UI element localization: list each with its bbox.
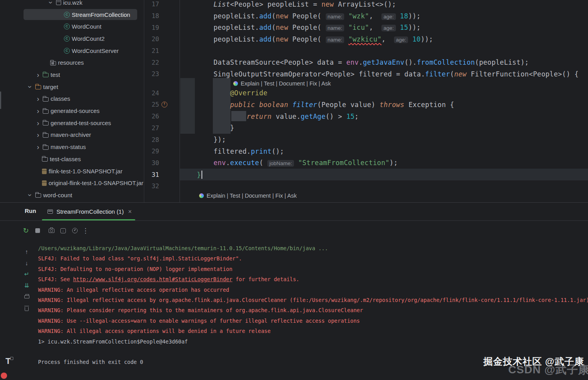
tree-item-generated-sources[interactable]: ›generated-sources — [0, 105, 144, 117]
tree-item-generated-test-sources[interactable]: ›generated-test-sources — [0, 117, 144, 129]
class-icon: C — [64, 36, 70, 42]
line-number[interactable]: 27 — [144, 124, 180, 132]
code-line-27[interactable]: 27 } — [144, 122, 588, 134]
ai-actions-label[interactable]: Explain | Test | Document | Fix | Ask — [241, 80, 331, 87]
chevron-right-icon[interactable]: › — [35, 131, 42, 139]
code-line-19[interactable]: 19 peopleList.add(new People( name: "icu… — [144, 22, 588, 33]
watermark-juejin: 掘金技术社区 @武子康 — [483, 355, 584, 368]
line-number[interactable]: 17 — [144, 0, 180, 8]
tree-item-icu-wzk[interactable]: ›icu.wzk — [0, 0, 144, 9]
tree-item-label: target — [43, 84, 58, 90]
chevron-right-icon[interactable]: › — [35, 119, 42, 127]
line-number[interactable]: 22 — [144, 59, 180, 66]
jump-up-icon[interactable]: ↑ — [23, 247, 31, 255]
code-line-21[interactable]: 21 — [144, 45, 588, 57]
recording-dot — [1, 373, 7, 379]
line-number[interactable]: 30 — [144, 159, 180, 167]
close-tab-icon[interactable]: × — [127, 208, 132, 216]
line-number[interactable]: 28 — [144, 136, 180, 144]
code-line-25[interactable]: ↑25 public boolean filter(People value) … — [144, 99, 588, 111]
tree-item-label: word-count — [43, 192, 72, 198]
tree-item-label: StreamFromCollection — [72, 11, 130, 18]
line-number[interactable]: 21 — [144, 47, 180, 55]
class-icon: C — [64, 48, 70, 54]
code-text: List<People> peopleList = new ArrayList<… — [180, 0, 396, 8]
tree-item-wordcountserver[interactable]: CWordCountServer — [0, 45, 144, 57]
tree-item-test[interactable]: ›test — [0, 69, 144, 81]
chevron-down-icon[interactable]: › — [27, 192, 34, 198]
tree-item-wordcount2[interactable]: CWordCount2 — [0, 33, 144, 45]
line-number[interactable]: 29 — [144, 147, 180, 155]
chevron-right-icon[interactable]: › — [35, 143, 42, 151]
line-number[interactable]: 26 — [144, 113, 180, 120]
override-gutter-icon[interactable]: ↑ — [162, 102, 167, 107]
folder-icon — [42, 157, 48, 162]
code-line-22[interactable]: 22 DataStreamSource<People> data = env.g… — [144, 56, 588, 68]
line-number[interactable]: 19 — [144, 24, 180, 31]
soft-wrap-icon[interactable]: ↵ — [23, 270, 31, 278]
code-line-24[interactable]: 24 @Override — [144, 87, 588, 99]
scroll-to-end-icon[interactable]: ⇊ — [23, 282, 31, 289]
line-number[interactable]: 24 — [144, 89, 180, 97]
chevron-down-icon[interactable]: › — [27, 84, 34, 90]
profiler-gauge-icon[interactable] — [71, 226, 79, 235]
code-line-31[interactable]: 31 } — [144, 169, 588, 180]
rerun-icon[interactable]: ↻ — [22, 226, 30, 235]
tree-item-label: flink-test-1.0-SNAPSHOT.jar — [49, 168, 122, 175]
chevron-right-icon[interactable]: › — [35, 95, 42, 103]
tree-item-maven-status[interactable]: ›maven-status — [0, 141, 144, 153]
console-line: SLF4J: Failed to load class "org.slf4j.i… — [38, 253, 588, 264]
run-tab-streamfromcollection[interactable]: StreamFromCollection (1) × — [42, 203, 138, 220]
code-line-30[interactable]: 30 env.execute( jobName: "StreamFromColl… — [144, 157, 588, 169]
clear-console-icon[interactable] — [23, 304, 31, 312]
line-number[interactable]: 23 — [144, 70, 180, 78]
code-line-23[interactable]: 23 SingleOutputStreamOperator<People> fi… — [144, 68, 588, 80]
code-line-26[interactable]: 26 return value.getAge() > 15; — [144, 111, 588, 122]
tree-item-wordcount[interactable]: CWordCount — [0, 20, 144, 33]
more-options-icon[interactable]: ⋮ — [81, 226, 90, 235]
jar-icon — [42, 180, 47, 186]
tree-item-classes[interactable]: ›classes — [0, 93, 144, 105]
code-line-18[interactable]: 18 peopleList.add(new People( name: "wzk… — [144, 10, 588, 22]
project-scrollbar-thumb[interactable] — [0, 91, 1, 109]
tree-item-target[interactable]: ›target — [0, 81, 144, 93]
console-line: /Users/wuzikang/Library/Java/JavaVirtual… — [38, 243, 588, 253]
thread-dump-camera-icon[interactable] — [47, 226, 56, 235]
chevron-right-icon[interactable]: › — [35, 71, 42, 78]
jump-down-icon[interactable]: ↓ — [23, 259, 31, 267]
code-line-32[interactable]: 32 — [144, 180, 588, 192]
tree-item-label: resources — [58, 59, 84, 66]
restore-layout-icon[interactable]: ↓ — [59, 226, 67, 235]
code-line-17[interactable]: 17 List<People> peopleList = new ArrayLi… — [144, 0, 588, 10]
tree-item-original-flink-test-1-0-snapshot-jar[interactable]: original-flink-test-1.0-SNAPSHOT.jar — [0, 177, 144, 189]
stop-icon[interactable] — [33, 226, 42, 235]
print-icon[interactable] — [23, 293, 31, 301]
folder-icon — [43, 109, 49, 114]
inline-ai-actions[interactable]: Explain | Test | Document | Fix | Ask — [144, 192, 588, 200]
code-line-29[interactable]: 29 filtered.print(); — [144, 145, 588, 157]
tree-item-maven-archiver[interactable]: ›maven-archiver — [0, 129, 144, 141]
tree-item-test-classes[interactable]: test-classes — [0, 153, 144, 165]
code-text: } — [180, 171, 202, 179]
editor-lines[interactable]: 17 List<People> peopleList = new ArrayLi… — [144, 0, 588, 199]
chevron-down-icon[interactable]: › — [47, 0, 55, 6]
line-number[interactable]: 32 — [144, 182, 180, 190]
inline-ai-actions[interactable]: Explain | Test | Document | Fix | Ask — [144, 80, 588, 87]
chevron-right-icon[interactable]: › — [35, 107, 42, 115]
tree-item-label: generated-sources — [51, 107, 100, 114]
tree-item-flink-test-1-0-snapshot-jar[interactable]: flink-test-1.0-SNAPSHOT.jar — [0, 165, 144, 177]
line-number[interactable]: 18 — [144, 12, 180, 20]
code-text: peopleList.add(new People( name: "wzk", … — [180, 12, 421, 20]
line-number[interactable]: 20 — [144, 35, 180, 43]
folder-icon — [43, 145, 49, 150]
jar-icon — [42, 169, 47, 174]
code-line-28[interactable]: 28 }); — [144, 134, 588, 145]
line-number[interactable]: 31 — [144, 171, 180, 178]
tree-item-word-count[interactable]: ›word-count — [0, 189, 144, 201]
code-line-20[interactable]: 20 peopleList.add(new People( name: "wzk… — [144, 33, 588, 45]
code-editor[interactable]: 17 List<People> peopleList = new ArrayLi… — [144, 0, 588, 202]
ai-actions-label[interactable]: Explain | Test | Document | Fix | Ask — [207, 193, 297, 199]
console-link[interactable]: http://www.slf4j.org/codes.html#StaticLo… — [73, 276, 232, 282]
tree-item-resources[interactable]: resources — [0, 56, 144, 69]
tree-item-streamfromcollection[interactable]: CStreamFromCollection — [0, 9, 144, 21]
